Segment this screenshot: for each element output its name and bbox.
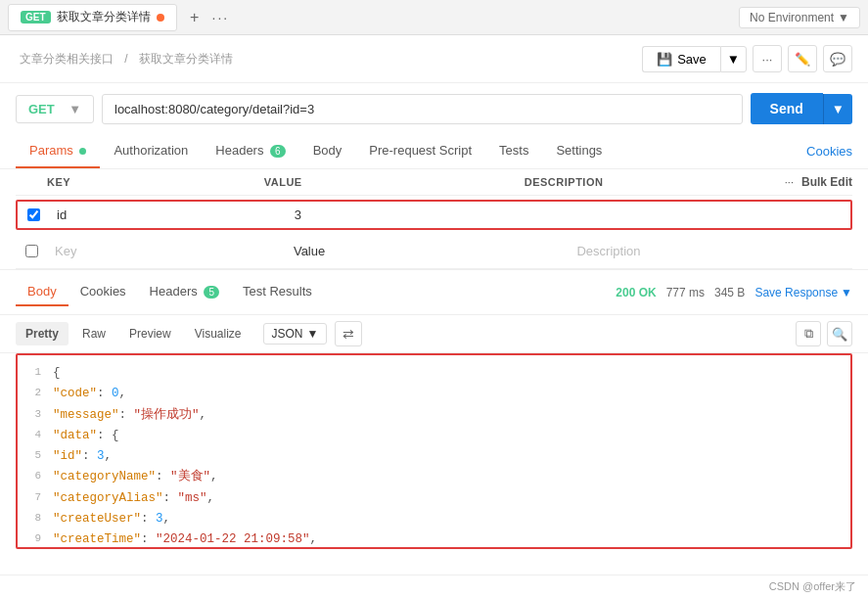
format-selector[interactable]: JSON ▼ <box>263 323 328 345</box>
send-button[interactable]: Send <box>751 93 823 124</box>
request-tabs: Params Authorization Headers 6 Body Pre-… <box>0 134 868 169</box>
cookies-link[interactable]: Cookies <box>806 144 852 159</box>
empty-desc-cell[interactable]: Description <box>569 238 852 264</box>
status-badge: 200 OK <box>616 286 656 299</box>
resp-tab-test-results[interactable]: Test Results <box>231 278 324 306</box>
table-row-empty: Key Value Description <box>16 234 852 269</box>
url-bar: GET ▼ Send ▼ <box>0 83 868 134</box>
more-tabs-button[interactable]: ··· <box>212 10 230 25</box>
chevron-down-icon: ▼ <box>838 11 849 24</box>
headers-count-badge: 6 <box>270 145 286 158</box>
tab-bar: GET 获取文章分类详情 + ··· No Environment ▼ <box>0 0 868 35</box>
resp-fmt-pretty[interactable]: Pretty <box>16 322 69 345</box>
edit-button[interactable]: ✏️ <box>788 45 817 72</box>
resp-fmt-raw[interactable]: Raw <box>72 322 115 345</box>
more-options-button[interactable]: ··· <box>753 45 782 72</box>
response-status-bar: 200 OK 777 ms 345 B Save Response ▼ <box>616 286 852 299</box>
empty-check-input[interactable] <box>25 245 38 257</box>
wrap-button[interactable]: ⇄ <box>335 321 362 346</box>
tab-headers[interactable]: Headers 6 <box>202 134 298 168</box>
json-line: 7 "categoryAlias": "ms", <box>18 488 850 509</box>
new-tab-button[interactable]: + <box>181 4 208 31</box>
save-disk-icon: 💾 <box>657 52 672 67</box>
send-dropdown-button[interactable]: ▼ <box>823 94 852 124</box>
method-label: GET <box>28 102 55 116</box>
json-line: 3"message": "操作成功", <box>18 405 850 426</box>
method-caret-icon: ▼ <box>69 102 81 116</box>
save-label: Save <box>677 52 707 67</box>
breadcrumb-separator: / <box>124 52 127 66</box>
empty-key-cell[interactable]: Key <box>47 238 286 264</box>
row-checkbox[interactable] <box>18 208 49 221</box>
header-bar: 文章分类相关接口 / 获取文章分类详情 💾 Save ▼ ··· ✏️ 💬 <box>0 35 868 83</box>
params-table: KEY VALUE DESCRIPTION ··· Bulk Edit id 3… <box>0 169 868 269</box>
table-row: id 3 <box>16 200 852 230</box>
response-size: 345 B <box>714 286 745 299</box>
json-line: 1{ <box>18 363 850 384</box>
resp-tab-headers[interactable]: Headers 5 <box>138 278 231 306</box>
environment-selector[interactable]: No Environment ▼ <box>739 7 860 28</box>
header-actions: 💾 Save ▼ ··· ✏️ 💬 <box>642 45 852 72</box>
json-line: 9 "createTime": "2024-01-22 21:09:58", <box>18 529 850 549</box>
param-desc-cell[interactable] <box>569 209 850 221</box>
search-response-button[interactable]: 🔍 <box>827 321 852 346</box>
tab-body[interactable]: Body <box>299 134 356 168</box>
json-response-view: 1{2"code": 0,3"message": "操作成功",4"data":… <box>16 353 852 549</box>
tab-title: 获取文章分类详情 <box>57 9 151 25</box>
json-line: 4"data": { <box>18 426 850 446</box>
json-line: 6 "categoryName": "美食", <box>18 467 850 487</box>
save-dropdown-button[interactable]: ▼ <box>720 46 747 72</box>
json-line: 8 "createUser": 3, <box>18 509 850 529</box>
table-header: KEY VALUE DESCRIPTION ··· Bulk Edit <box>16 169 852 196</box>
empty-row-checkbox[interactable] <box>16 245 47 257</box>
env-label: No Environment <box>750 11 834 24</box>
bulk-edit-button[interactable]: Bulk Edit <box>801 175 852 189</box>
bottom-bar: CSDN @offer来了 <box>0 575 868 598</box>
col-actions-header: ··· Bulk Edit <box>785 175 852 189</box>
url-input[interactable] <box>102 94 743 124</box>
tab-prerequest[interactable]: Pre-request Script <box>355 134 485 168</box>
resp-fmt-visualize[interactable]: Visualize <box>185 322 251 345</box>
copy-response-button[interactable]: ⧉ <box>796 321 821 346</box>
breadcrumb-parent: 文章分类相关接口 <box>20 52 114 66</box>
send-button-group: Send ▼ <box>751 93 852 124</box>
param-key-cell[interactable]: id <box>49 202 287 228</box>
empty-val-cell[interactable]: Value <box>286 238 570 264</box>
format-caret-icon: ▼ <box>307 327 319 341</box>
json-line: 5 "id": 3, <box>18 446 850 467</box>
breadcrumb: 文章分类相关接口 / 获取文章分类详情 <box>16 51 634 68</box>
col-value-header: VALUE <box>264 176 525 188</box>
resp-tab-cookies[interactable]: Cookies <box>69 278 138 306</box>
params-active-dot <box>79 148 86 155</box>
save-response-caret-icon: ▼ <box>841 286 852 299</box>
resp-headers-count: 5 <box>204 286 219 299</box>
active-tab[interactable]: GET 获取文章分类详情 <box>8 4 177 31</box>
method-selector[interactable]: GET ▼ <box>16 95 94 123</box>
json-line: 2"code": 0, <box>18 384 850 404</box>
tab-tests[interactable]: Tests <box>485 134 542 168</box>
col-key-header: KEY <box>47 176 264 188</box>
resp-toolbar-right: ⧉ 🔍 <box>796 321 852 346</box>
response-header: Body Cookies Headers 5 Test Results 200 … <box>0 269 868 315</box>
comment-button[interactable]: 💬 <box>823 45 852 72</box>
tab-authorization[interactable]: Authorization <box>100 134 202 168</box>
save-button-group: 💾 Save ▼ <box>642 46 747 72</box>
save-button[interactable]: 💾 Save <box>642 46 720 72</box>
col-more-icon: ··· <box>785 176 794 188</box>
param-value-cell[interactable]: 3 <box>287 202 569 228</box>
watermark: CSDN @offer来了 <box>769 579 856 594</box>
save-response-button[interactable]: Save Response ▼ <box>754 286 852 299</box>
response-toolbar: Pretty Raw Preview Visualize JSON ▼ ⇄ ⧉ … <box>0 315 868 353</box>
tab-params[interactable]: Params <box>16 134 100 168</box>
response-time: 777 ms <box>666 286 705 299</box>
tab-method-badge: GET <box>21 11 51 23</box>
breadcrumb-current: 获取文章分类详情 <box>139 52 233 66</box>
col-desc-header: DESCRIPTION <box>525 176 785 188</box>
resp-tab-body[interactable]: Body <box>16 278 69 306</box>
resp-fmt-preview[interactable]: Preview <box>119 322 181 345</box>
row-check-input[interactable] <box>27 208 40 221</box>
tab-settings[interactable]: Settings <box>542 134 616 168</box>
tab-modified-dot <box>157 14 164 22</box>
